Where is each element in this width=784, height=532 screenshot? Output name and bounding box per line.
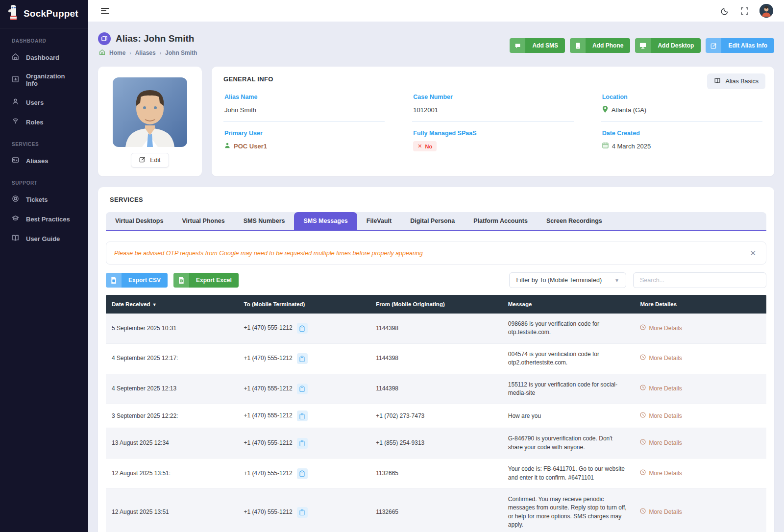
topbar <box>88 0 784 22</box>
col-to[interactable]: To (Mobile Terminated) <box>238 295 370 314</box>
brand-logo[interactable]: SockPuppet <box>0 0 88 28</box>
export-excel-button[interactable]: Export Excel <box>173 273 239 288</box>
clock-icon <box>640 412 646 420</box>
tab-virtual-desktops[interactable]: Virtual Desktops <box>106 212 172 230</box>
cell-date: 4 September 2025 12:13 <box>106 374 238 404</box>
table-row: 12 August 2025 13:51 +1 (470) 555-1212 1… <box>106 488 766 532</box>
search-input[interactable] <box>633 272 766 288</box>
book-icon <box>714 77 721 85</box>
edit-alias-info-button[interactable]: Edit Alias Info <box>706 38 774 53</box>
tab-digital-persona[interactable]: Digital Persona <box>401 212 464 230</box>
alert-message: Please be advised OTP requests from Goog… <box>114 250 423 257</box>
chevron-down-icon: ▼ <box>614 278 619 283</box>
sidebar-item-users[interactable]: Users <box>0 93 88 112</box>
sidebar-item-user-guide[interactable]: User Guide <box>0 229 88 248</box>
cell-message: How are you <box>502 404 635 428</box>
col-more-details: More Detailes <box>634 295 766 314</box>
add-phone-button[interactable]: Add Phone <box>570 38 630 53</box>
more-details-link[interactable]: More Details <box>640 324 682 333</box>
sort-desc-icon: ▼ <box>152 302 157 307</box>
sidebar-item-organization-info[interactable]: Organization Info <box>0 67 88 93</box>
services-card: SERVICES Virtual Desktops Virtual Phones… <box>98 187 774 532</box>
tab-virtual-phones[interactable]: Virtual Phones <box>172 212 234 230</box>
sms-messages-table: Date Received▼ To (Mobile Terminated) Fr… <box>106 295 766 532</box>
tab-platform-accounts[interactable]: Platform Accounts <box>464 212 537 230</box>
phone-icon <box>570 38 586 53</box>
close-icon[interactable]: ✕ <box>748 248 758 258</box>
cell-to: +1 (470) 555-1212 <box>238 428 370 459</box>
graduation-cap-icon <box>12 215 19 223</box>
edit-photo-button[interactable]: Edit <box>131 153 169 168</box>
sidebar-item-tickets[interactable]: Tickets <box>0 190 88 209</box>
general-info-card: GENERAL INFO Alias Basics Alias Name Joh… <box>212 67 774 176</box>
cell-date: 4 September 2025 12:17: <box>106 343 238 374</box>
more-details-link[interactable]: More Details <box>640 385 682 393</box>
cell-from: 1144398 <box>370 343 502 374</box>
sidebar-item-roles[interactable]: Roles <box>0 112 88 132</box>
sidebar-item-dashboard[interactable]: Dashboard <box>0 48 88 67</box>
sms-bubble-icon <box>510 38 525 53</box>
add-desktop-button[interactable]: Add Desktop <box>635 38 701 53</box>
table-row: 5 September 2025 10:31 +1 (470) 555-1212… <box>106 314 766 343</box>
field-location: Location Atlanta (GA) <box>601 91 762 122</box>
dark-mode-icon[interactable] <box>721 6 730 15</box>
main-content: Alias: John Smith Home › Aliases › John … <box>88 22 784 532</box>
copy-icon[interactable] <box>297 468 308 479</box>
fullscreen-icon[interactable] <box>740 7 749 15</box>
add-sms-button[interactable]: Add SMS <box>510 38 565 53</box>
cell-to: +1 (470) 555-1212 <box>238 374 370 404</box>
cell-message: 155112 is your verification code for soc… <box>502 374 635 404</box>
sidebar-item-best-practices[interactable]: Best Practices <box>0 209 88 229</box>
menu-toggle-icon[interactable] <box>99 6 111 16</box>
alias-photo <box>113 77 187 147</box>
copy-icon[interactable] <box>297 438 308 449</box>
copy-icon[interactable] <box>297 411 308 421</box>
clock-icon <box>640 508 646 516</box>
cell-date: 12 August 2025 13:51 <box>106 488 238 532</box>
col-message[interactable]: Message <box>502 295 635 314</box>
user-avatar[interactable] <box>760 4 773 18</box>
book-icon <box>12 234 19 243</box>
tab-sms-messages[interactable]: SMS Messages <box>294 212 357 230</box>
cell-from: 1144398 <box>370 374 502 404</box>
more-details-link[interactable]: More Details <box>640 412 682 420</box>
copy-icon[interactable] <box>297 384 308 394</box>
user-icon <box>12 98 19 107</box>
cell-to: +1 (470) 555-1212 <box>238 488 370 532</box>
more-details-link[interactable]: More Details <box>640 439 682 447</box>
export-csv-button[interactable]: Export CSV <box>106 273 168 288</box>
copy-icon[interactable] <box>297 507 308 518</box>
filter-select[interactable]: Filter by To (Mobile Terminated) ▼ <box>509 272 626 288</box>
cell-message: G-846790 is yourverification code. Don't… <box>502 428 635 459</box>
edit-icon <box>706 38 721 53</box>
sockpuppet-icon <box>7 5 20 22</box>
tab-filevault[interactable]: FileVault <box>357 212 401 230</box>
sidebar-section-support: SUPPORT <box>0 170 88 190</box>
more-details-link[interactable]: More Details <box>640 508 682 516</box>
copy-icon[interactable] <box>297 353 308 364</box>
alias-basics-button[interactable]: Alias Basics <box>707 73 765 89</box>
services-title: SERVICES <box>98 196 774 203</box>
copy-icon[interactable] <box>297 323 308 334</box>
desktop-icon <box>635 38 651 53</box>
otp-alert: Please be advised OTP requests from Goog… <box>106 242 766 265</box>
sidebar-item-aliases[interactable]: Aliases <box>0 151 88 170</box>
cell-from: 1132665 <box>370 488 502 532</box>
breadcrumb-aliases[interactable]: Aliases <box>135 49 156 56</box>
table-row: 3 September 2025 12:22: +1 (470) 555-121… <box>106 404 766 428</box>
col-date-received[interactable]: Date Received▼ <box>106 295 238 314</box>
more-details-link[interactable]: More Details <box>640 469 682 478</box>
more-details-link[interactable]: More Details <box>640 354 682 363</box>
home-icon <box>12 53 19 62</box>
tab-screen-recordings[interactable]: Screen Recordings <box>537 212 612 230</box>
col-from[interactable]: From (Mobile Originating) <box>370 295 502 314</box>
tab-sms-numbers[interactable]: SMS Numbers <box>234 212 294 230</box>
breadcrumb-home-icon <box>99 49 105 57</box>
file-csv-icon <box>106 273 122 288</box>
cell-from: 1144398 <box>370 314 502 343</box>
calendar-icon <box>602 142 609 150</box>
table-row: 13 August 2025 12:34 +1 (470) 555-1212 +… <box>106 428 766 459</box>
sidebar: SockPuppet DASHBOARD Dashboard Organizat… <box>0 0 88 532</box>
breadcrumb-home[interactable]: Home <box>109 49 125 56</box>
cell-message: Confirmed. You may receive periodic mess… <box>502 488 635 532</box>
